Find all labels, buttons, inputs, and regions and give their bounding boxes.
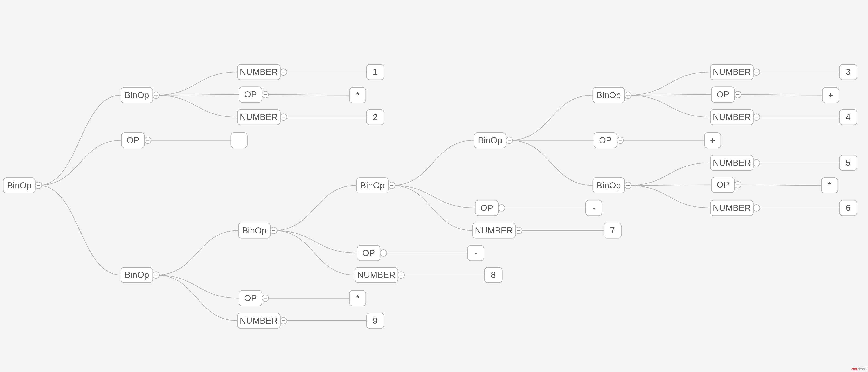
node-label: NUMBER — [240, 67, 278, 77]
watermark-logo: php — [851, 368, 857, 370]
node-label: * — [356, 90, 360, 100]
edge — [738, 185, 821, 185]
tree-node[interactable]: * — [349, 87, 366, 103]
edge — [38, 95, 121, 185]
edge — [509, 95, 593, 140]
tree-node[interactable]: 1 — [366, 64, 384, 80]
tree-node[interactable]: NUMBER — [237, 110, 287, 125]
tree-node[interactable]: BinOp — [593, 87, 631, 103]
node-label: 5 — [846, 158, 850, 168]
tree-node[interactable]: BinOp — [239, 223, 277, 238]
node-label: OP — [599, 135, 612, 145]
edge — [392, 185, 475, 208]
tree-node[interactable]: OP — [357, 245, 387, 261]
node-label: BinOp — [596, 90, 621, 100]
edge — [628, 185, 712, 185]
tree-node[interactable]: OP — [239, 290, 269, 306]
edge — [156, 230, 239, 275]
node-label: NUMBER — [713, 112, 751, 122]
tree-node[interactable]: - — [586, 200, 602, 216]
node-label: OP — [244, 293, 257, 303]
tree-node[interactable]: NUMBER — [472, 223, 522, 238]
edge — [628, 95, 710, 117]
edge — [274, 230, 355, 275]
edge — [266, 95, 349, 95]
node-label: NUMBER — [713, 67, 751, 77]
tree-node[interactable]: NUMBER — [355, 267, 404, 283]
node-label: BinOp — [360, 180, 384, 190]
node-label: BinOp — [125, 270, 149, 280]
node-label: OP — [480, 203, 493, 213]
tree-node[interactable]: OP — [239, 87, 269, 102]
tree-node[interactable]: * — [349, 290, 366, 306]
tree-node[interactable]: + — [823, 87, 839, 103]
tree-node[interactable]: BinOp — [3, 178, 42, 193]
edge — [156, 275, 237, 321]
node-label: 6 — [846, 203, 850, 213]
tree-node[interactable]: BinOp — [121, 267, 159, 283]
tree-node[interactable]: * — [821, 178, 838, 193]
tree-node[interactable]: OP — [594, 133, 623, 148]
node-label: OP — [362, 248, 375, 258]
node-label: NUMBER — [475, 226, 513, 235]
node-label: OP — [244, 89, 257, 99]
tree-node[interactable]: 2 — [366, 110, 384, 125]
node-label: 1 — [373, 67, 378, 77]
tree-node[interactable]: BinOp — [593, 178, 631, 193]
node-label: - — [238, 135, 241, 145]
tree-node[interactable]: 5 — [839, 155, 857, 170]
tree-node[interactable]: BinOp — [474, 133, 513, 148]
edge — [156, 72, 237, 95]
node-label: NUMBER — [240, 112, 278, 122]
tree-node[interactable]: BinOp — [356, 178, 395, 193]
tree-node[interactable]: 8 — [485, 267, 502, 283]
nodes-layer: BinOpBinOpNUMBER1OP*NUMBER2OP-BinOpBinOp… — [3, 64, 857, 328]
edge — [38, 140, 121, 185]
node-label: BinOp — [7, 180, 31, 190]
tree-node[interactable]: NUMBER — [710, 64, 760, 80]
tree-node[interactable]: NUMBER — [710, 110, 760, 125]
tree-node[interactable]: + — [704, 133, 721, 148]
node-label: BinOp — [596, 180, 621, 190]
node-label: - — [474, 248, 477, 258]
node-label: * — [828, 180, 831, 190]
tree-node[interactable]: - — [467, 245, 484, 261]
tree-node[interactable]: NUMBER — [237, 313, 287, 328]
tree-node[interactable]: OP — [475, 200, 505, 216]
edge — [392, 140, 474, 185]
edge — [38, 185, 121, 275]
node-label: BinOp — [125, 90, 149, 100]
node-label: NUMBER — [240, 316, 278, 325]
edge — [156, 95, 239, 95]
node-label: 2 — [373, 112, 378, 122]
tree-node[interactable]: 7 — [604, 223, 621, 238]
node-label: NUMBER — [713, 158, 751, 168]
tree-node[interactable]: 4 — [839, 110, 857, 125]
tree-node[interactable]: OP — [712, 87, 741, 102]
edge — [738, 95, 822, 95]
tree-node[interactable]: NUMBER — [237, 64, 287, 80]
node-label: 4 — [846, 112, 850, 122]
node-label: - — [592, 203, 595, 213]
tree-node[interactable]: OP — [121, 133, 151, 148]
edge — [628, 72, 710, 95]
tree-node[interactable]: - — [231, 133, 247, 148]
tree-node[interactable]: OP — [712, 177, 741, 193]
node-label: + — [828, 90, 833, 100]
tree-node[interactable]: 3 — [839, 64, 857, 80]
tree-node[interactable]: 6 — [839, 200, 857, 216]
edge — [274, 185, 356, 230]
edge — [509, 140, 593, 185]
tree-node[interactable]: 9 — [366, 313, 384, 328]
tree-node[interactable]: BinOp — [121, 87, 159, 103]
edge — [628, 163, 710, 185]
node-label: OP — [717, 89, 730, 99]
node-label: OP — [127, 135, 139, 145]
node-label: NUMBER — [713, 203, 751, 213]
tree-node[interactable]: NUMBER — [710, 200, 760, 216]
edge — [274, 230, 357, 253]
tree-node[interactable]: NUMBER — [710, 155, 760, 170]
node-label: * — [356, 293, 360, 303]
diagram-canvas[interactable]: BinOpBinOpNUMBER1OP*NUMBER2OP-BinOpBinOp… — [0, 0, 868, 372]
node-label: 3 — [846, 67, 850, 77]
